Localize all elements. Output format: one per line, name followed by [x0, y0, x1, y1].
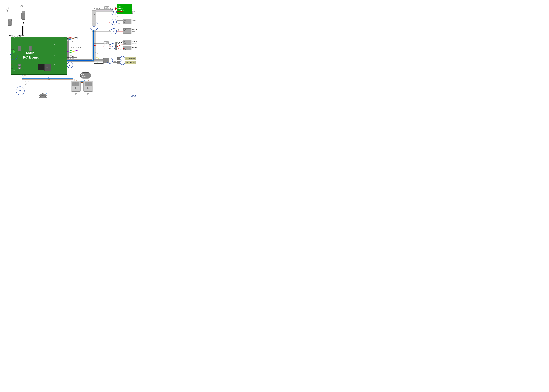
circle-i-label: I [122, 62, 122, 63]
svg-point-72 [75, 87, 77, 89]
connector-j13: J13 [16, 64, 17, 66]
tilt-down-label: Tilt Down [132, 20, 137, 21]
wire-bk-j14: BK [12, 68, 13, 69]
wire-rd-e3-in: RD [109, 32, 110, 33]
tilt-pin2: 2 [132, 12, 133, 13]
outlet2-br: BR [88, 80, 89, 81]
cable-bl-low: BL [46, 93, 48, 94]
wire-rd-e2: RD [118, 23, 120, 24]
wire-rd-j13: RD [12, 64, 13, 65]
svg-rect-67 [41, 96, 45, 98]
wire-wh-bu: WH [117, 42, 119, 43]
wire-vi-label: VI [73, 47, 74, 48]
back-up-label: Back Up [132, 41, 137, 42]
wire-bk-e2-left: BK [109, 21, 110, 21]
tilt-sensor-label2: Sensor [117, 8, 123, 10]
foot-ext-label: Foot Extension [132, 29, 137, 30]
back-down-label: Back Down [132, 47, 137, 48]
wire-wh-d: WH [94, 14, 95, 15]
back-up-ls-label: Limit Switch [132, 42, 137, 44]
connector-j1: J1 [23, 69, 24, 70]
i-connector [117, 61, 120, 63]
svg-rect-71 [76, 82, 79, 86]
fuse-f1: F1 [19, 68, 20, 69]
foot-ext-switch-label: Switch [132, 31, 135, 32]
wire-bk-switch3-right: BK [118, 30, 119, 31]
svg-rect-66 [43, 93, 44, 94]
wire-rd-bd: RD [118, 48, 119, 49]
wire-bk-f-in: BK [110, 42, 111, 43]
wire-br-main: BR [97, 53, 98, 54]
limit-switch-label1: Limit Switch [132, 21, 137, 22]
fuse-f2: F2 [19, 65, 20, 66]
wire-bk-e2: BK [118, 20, 120, 20]
wire-bkyl-label: BK / YL [72, 56, 75, 57]
circle-e1-label: E [113, 11, 114, 13]
foot-control [80, 72, 91, 78]
switch-nc1: NC [124, 21, 125, 22]
f-right-connector [116, 42, 117, 50]
foot-control-label2: Control [81, 76, 86, 77]
tilt-pin1: 1 [132, 13, 133, 14]
f-pin4-l: 4 [109, 44, 110, 45]
h-connector [117, 57, 120, 60]
tilt-wire-gr: GR [114, 7, 116, 8]
pin2-f: 2 [105, 47, 105, 47]
red-dot-bd [123, 48, 124, 49]
svg-rect-78 [88, 82, 92, 86]
wire-yl-label: YL [76, 47, 77, 48]
svg-rect-69 [43, 95, 44, 96]
cable-d-to-g [94, 59, 104, 61]
fuse-f4: F4 [47, 67, 48, 69]
circle-f-label: F [112, 45, 113, 47]
svg-rect-20 [18, 46, 21, 51]
wire-gr-label: GR [70, 47, 72, 48]
circle-h-label: H [122, 58, 123, 60]
wire-gr-top: GR [112, 8, 113, 9]
wire-bkwh-label: BK / WH [70, 58, 74, 59]
wire-bkwh-top1: BK / WH [94, 8, 98, 9]
connector-j7: J7 [54, 55, 56, 56]
svg-rect-21 [29, 46, 32, 51]
switch-no1: NO [124, 22, 125, 23]
main-cable-vertical [67, 38, 69, 60]
num-5-left: 5 [105, 7, 106, 8]
wire-wh: WH [72, 42, 73, 44]
fuse-f5: F5 [29, 51, 31, 53]
outlet1-bl: BL [72, 80, 73, 81]
num-3-right: 3 [107, 42, 107, 43]
switch-nc-bd: NC [124, 47, 125, 47]
watermark: ArtFull [130, 95, 136, 97]
cable-br-mid: BR [48, 79, 50, 80]
switch-nc-bu: NC [124, 41, 125, 42]
wire-bk-f: BK [103, 42, 105, 42]
switch-no3: NO [124, 32, 125, 33]
svg-rect-65 [42, 93, 43, 94]
pin1r: 1 [115, 15, 116, 15]
wire-bk-e3: BK [118, 29, 119, 30]
power-light-label2: Light [11, 50, 13, 51]
wire-gy-g: GY [96, 57, 98, 58]
circle-e2-label: E [113, 21, 114, 23]
wire-bk-top2: BK [99, 8, 100, 9]
foot-control-label1: Foot [81, 74, 84, 75]
rh-touchpad-label: RH: Touch Pad [126, 62, 135, 63]
tilt-pin4: 4 [132, 9, 133, 10]
switch-com-bd: COM [124, 49, 126, 50]
wire-bk-e3-left: BK [109, 30, 110, 31]
wire-bk-e1-far: BK [122, 16, 123, 17]
switch-com3: COM [124, 29, 126, 30]
f-pin3-l: 3 [109, 45, 110, 46]
switch-nc3: NC [124, 30, 125, 31]
wire-bl-j14: BL [22, 75, 23, 76]
tilt-wh-r: WH [133, 9, 135, 10]
tilt-sensor-label3: PC Board [117, 10, 124, 12]
circle-a-label: A [13, 55, 14, 57]
svg-point-79 [87, 87, 88, 89]
circle-g-label: G [109, 60, 110, 62]
wire-or-label: OR [67, 57, 69, 58]
tilt-sensor-label1: Tilt [118, 6, 121, 7]
connector-j6: J6 [54, 44, 56, 45]
back-down-ls-label: Limit Switch [132, 49, 137, 50]
svg-rect-70 [72, 82, 76, 86]
